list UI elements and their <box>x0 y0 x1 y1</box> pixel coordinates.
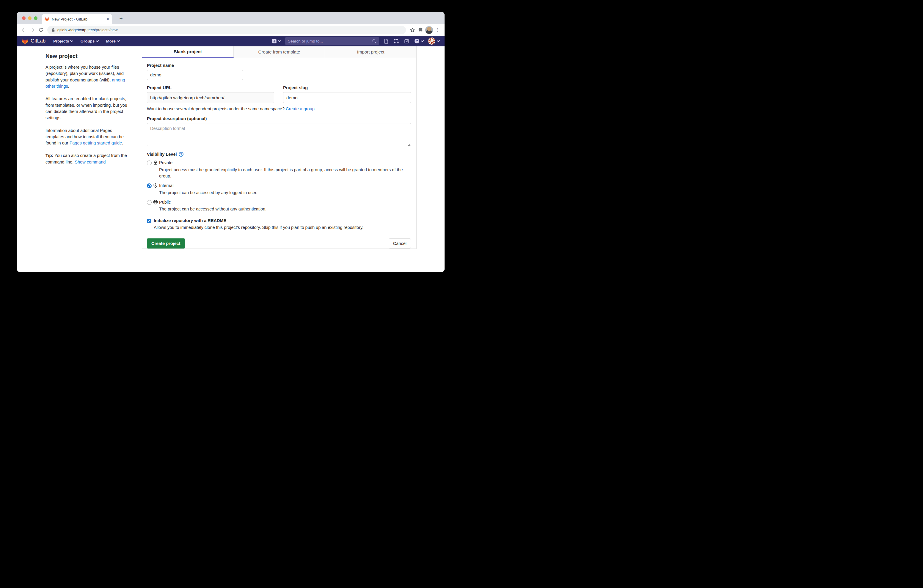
visibility-option-internal: Internal The project can be accessed by … <box>147 183 411 196</box>
cancel-button[interactable]: Cancel <box>389 238 411 248</box>
browser-profile-avatar[interactable] <box>425 26 433 34</box>
gitlab-navbar: GitLab Projects Groups More <box>17 36 445 46</box>
browser-tab-title: New Project · GitLab <box>52 17 104 21</box>
browser-toolbar: gitlab.widgetcorp.tech/projects/new ⋮ <box>17 24 445 36</box>
url-text: gitlab.widgetcorp.tech/projects/new <box>57 28 117 32</box>
readme-option: ✓ Initialize repository with a README Al… <box>147 218 411 230</box>
help-paragraph: A project is where you house your files … <box>46 64 129 89</box>
create-project-button[interactable]: Create project <box>147 238 185 248</box>
visibility-option-private: Private Project access must be granted e… <box>147 160 411 179</box>
project-name-input[interactable] <box>147 70 243 80</box>
project-description-label: Project description (optional) <box>147 116 411 121</box>
pages-guide-link[interactable]: Pages getting started guide <box>70 141 122 145</box>
blank-project-form: Project name Project URL Project slug Wa… <box>142 58 416 248</box>
help-paragraph: Information about additional Pages templ… <box>46 128 129 146</box>
project-url-input[interactable] <box>147 92 274 103</box>
window-controls <box>22 16 38 20</box>
help-menu[interactable]: ? <box>414 38 424 44</box>
forward-icon[interactable] <box>28 26 36 34</box>
back-icon[interactable] <box>20 26 28 34</box>
project-slug-label: Project slug <box>283 85 411 90</box>
project-type-tabs: Blank project Create from template Impor… <box>142 46 416 58</box>
svg-text:?: ? <box>416 39 418 43</box>
close-window-button[interactable] <box>22 16 26 20</box>
gitlab-favicon-icon <box>44 17 49 21</box>
project-description-input[interactable] <box>147 123 411 146</box>
close-tab-icon[interactable]: × <box>107 17 109 21</box>
reload-icon[interactable] <box>36 26 45 34</box>
show-command-link[interactable]: Show command <box>75 159 105 164</box>
user-avatar <box>428 38 435 44</box>
public-radio[interactable] <box>147 200 152 205</box>
todos-icon[interactable] <box>404 38 409 44</box>
readme-checkbox[interactable]: ✓ <box>147 219 151 223</box>
search-input[interactable] <box>288 39 372 43</box>
chevron-down-icon <box>278 40 281 42</box>
tip-paragraph: Tip: You can also create a project from … <box>46 153 129 165</box>
url-bar[interactable]: gitlab.widgetcorp.tech/projects/new <box>47 26 406 34</box>
private-option-label[interactable]: Private <box>159 160 411 165</box>
project-name-label: Project name <box>147 63 411 68</box>
create-group-link[interactable]: Create a group. <box>286 107 316 111</box>
shield-icon <box>152 183 159 189</box>
form-actions: Create project Cancel <box>147 238 411 248</box>
readme-desc: Allows you to immediately clone this pro… <box>154 225 411 230</box>
browser-tabstrip: New Project · GitLab × + <box>17 12 445 24</box>
chevron-down-icon <box>70 40 73 42</box>
nav-menu-more[interactable]: More <box>106 39 120 43</box>
gitlab-logo[interactable]: GitLab <box>22 38 46 44</box>
nav-menu-projects[interactable]: Projects <box>53 39 73 43</box>
minimize-window-button[interactable] <box>28 16 31 20</box>
readme-label[interactable]: Initialize repository with a README <box>154 218 411 223</box>
form-panel-column: Blank project Create from template Impor… <box>142 46 417 272</box>
project-slug-input[interactable] <box>283 92 411 103</box>
global-search[interactable] <box>285 37 379 45</box>
issues-icon[interactable] <box>383 38 389 44</box>
merge-requests-icon[interactable] <box>393 38 399 44</box>
internal-option-label[interactable]: Internal <box>159 183 411 188</box>
nav-menu-groups[interactable]: Groups <box>80 39 99 43</box>
private-radio[interactable] <box>147 161 152 165</box>
globe-icon <box>152 200 159 205</box>
chevron-down-icon <box>421 40 424 42</box>
browser-tab[interactable]: New Project · GitLab × <box>42 14 112 24</box>
extensions-puzzle-icon[interactable] <box>417 26 425 34</box>
plus-square-icon <box>271 38 277 44</box>
brand-wordmark: GitLab <box>31 38 46 44</box>
tanuki-icon <box>22 38 28 44</box>
zoom-window-button[interactable] <box>34 16 38 20</box>
bookmark-star-icon[interactable] <box>408 26 417 34</box>
internal-radio[interactable] <box>147 184 152 188</box>
namespace-hint: Want to house several dependent projects… <box>147 107 411 111</box>
project-url-label: Project URL <box>147 85 274 90</box>
sidebar-help-panel: New project A project is where you house… <box>17 46 142 272</box>
help-icon: ? <box>414 38 420 44</box>
visibility-option-public: Public The project can be accessed witho… <box>147 200 411 212</box>
page-content: New project A project is where you house… <box>17 46 445 272</box>
lock-icon <box>51 28 55 32</box>
public-option-label[interactable]: Public <box>159 200 411 205</box>
new-menu-button[interactable] <box>271 38 281 44</box>
internal-option-desc: The project can be accessed by any logge… <box>159 190 411 196</box>
page-title: New project <box>46 53 129 59</box>
tab-import-project[interactable]: Import project <box>325 46 416 58</box>
visibility-level-label: Visibility Level <box>147 152 177 157</box>
new-project-panel: Blank project Create from template Impor… <box>142 46 417 249</box>
browser-window: New Project · GitLab × + gitlab.widgetco… <box>17 12 445 272</box>
browser-menu-icon[interactable]: ⋮ <box>433 26 442 34</box>
help-paragraph: All features are enabled for blank proje… <box>46 96 129 121</box>
chevron-down-icon <box>437 40 440 42</box>
user-menu[interactable] <box>428 38 440 44</box>
private-option-desc: Project access must be granted explicitl… <box>159 167 411 179</box>
chevron-down-icon <box>96 40 99 42</box>
public-option-desc: The project can be accessed without any … <box>159 206 411 212</box>
search-icon <box>372 39 376 43</box>
visibility-help-icon[interactable]: ? <box>179 152 184 157</box>
tab-create-from-template[interactable]: Create from template <box>234 46 325 58</box>
tab-blank-project[interactable]: Blank project <box>142 46 234 58</box>
chevron-down-icon <box>117 40 120 42</box>
new-tab-button[interactable]: + <box>117 15 125 23</box>
lock-icon <box>152 160 159 166</box>
